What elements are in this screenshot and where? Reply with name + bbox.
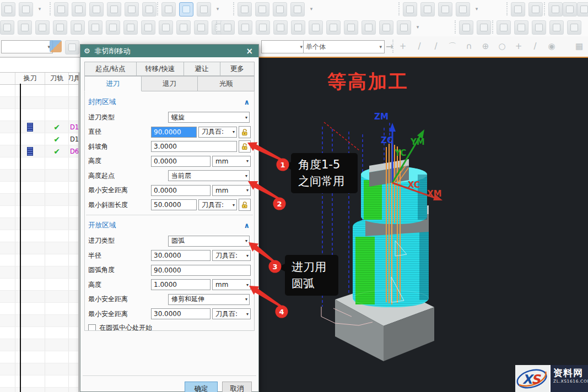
toolbar-icon[interactable] — [161, 2, 176, 17]
table-row[interactable] — [0, 339, 79, 351]
tool-name-label[interactable]: D1 — [69, 135, 79, 143]
toolbar-icon[interactable] — [291, 20, 305, 35]
column-header[interactable]: 刀具 — [69, 73, 79, 84]
toolbar-drag-handle[interactable] — [392, 40, 395, 53]
toolbar-icon[interactable] — [0, 20, 14, 35]
toolbar-icon[interactable] — [273, 2, 287, 17]
table-row[interactable] — [0, 218, 79, 230]
type-filter-combo[interactable]: ▾ — [261, 40, 305, 53]
chevron-down-icon[interactable]: ▾ — [309, 2, 314, 15]
column-header[interactable] — [0, 73, 15, 84]
toolbar-icon[interactable] — [71, 20, 85, 35]
toolbar-icon[interactable] — [397, 20, 411, 35]
toolbar-icon[interactable] — [567, 20, 581, 35]
checkbox[interactable] — [88, 324, 96, 331]
toolbar-icon[interactable] — [238, 2, 252, 17]
value-select[interactable]: 螺旋▾ — [168, 112, 250, 123]
toolbar-icon[interactable] — [273, 20, 288, 35]
tab-retract[interactable]: 退刀 — [142, 76, 198, 91]
graphics-viewport[interactable]: ZM ZC YM YC XC XM 等高加工 角度1-5 之间常用 进刀用 — [251, 57, 588, 392]
column-header[interactable]: 换刀 — [15, 73, 45, 84]
snap-icon[interactable]: ○ — [495, 39, 509, 53]
toolbar-drag-handle[interactable] — [492, 20, 495, 34]
section-header[interactable]: 封闭区域∧ — [85, 94, 254, 110]
toolbar-drag-handle[interactable] — [455, 20, 457, 34]
dialog-titlebar[interactable]: ⚙ 非切削移动 × — [80, 45, 258, 57]
toolbar-icon[interactable] — [194, 20, 208, 35]
table-row[interactable] — [0, 254, 79, 266]
toolbar-icon[interactable] — [142, 2, 157, 17]
tab-avoidance[interactable]: 避让 — [184, 62, 220, 76]
column-divider-line[interactable] — [20, 84, 21, 392]
toolbar-icon[interactable] — [179, 2, 193, 17]
toolbar-drag-handle[interactable] — [233, 2, 236, 15]
toolbar-icon[interactable] — [197, 2, 211, 17]
table-row[interactable] — [0, 303, 79, 315]
snap-icon[interactable]: / — [528, 39, 542, 53]
chevron-up-icon[interactable]: ∧ — [244, 98, 250, 106]
table-row[interactable] — [0, 279, 79, 291]
table-row[interactable] — [0, 182, 79, 194]
chevron-down-icon[interactable]: ▾ — [37, 2, 42, 15]
tab-start-drill-points[interactable]: 起点/钻点 — [84, 62, 137, 76]
table-row[interactable] — [0, 291, 79, 303]
toolbar-icon[interactable] — [477, 20, 491, 35]
toolbar-icon[interactable] — [403, 2, 417, 17]
value-select[interactable]: 当前层▾ — [168, 170, 250, 181]
toolbar-icon[interactable] — [159, 20, 173, 35]
snap-icon[interactable]: ∩ — [462, 39, 476, 53]
toolbar-drag-handle[interactable] — [157, 2, 160, 15]
toolbar-icon[interactable] — [528, 2, 543, 17]
toolbar-icon[interactable] — [577, 2, 588, 17]
toolbar-icon[interactable] — [309, 20, 323, 35]
unit-select[interactable]: mm▾ — [212, 156, 251, 167]
cancel-button[interactable]: 取消 — [222, 382, 252, 392]
toolbar-icon[interactable] — [290, 2, 305, 17]
close-icon[interactable]: × — [244, 46, 255, 56]
grid-icon[interactable]: ▦ — [572, 39, 586, 53]
value-input[interactable]: 90.0000 — [151, 265, 251, 276]
unit-select[interactable]: 刀具百:▾ — [198, 199, 237, 210]
table-row[interactable] — [0, 266, 79, 279]
toolbar-icon[interactable] — [344, 20, 358, 35]
toolbar-icon[interactable] — [238, 20, 252, 35]
table-row[interactable] — [0, 363, 79, 375]
table-row[interactable] — [0, 194, 79, 206]
tool-name-label[interactable]: D1 — [69, 123, 79, 131]
lock-icon[interactable] — [239, 126, 251, 138]
lock-icon[interactable] — [239, 199, 251, 211]
unit-select[interactable]: mm▾ — [212, 279, 251, 290]
toolbar-icon[interactable] — [256, 20, 270, 35]
toolbar-icon[interactable] — [532, 20, 546, 35]
table-row[interactable] — [0, 170, 79, 182]
toolbar-drag-handle[interactable] — [50, 2, 52, 15]
tab-transfer-rapid[interactable]: 转移/快速 — [137, 62, 184, 76]
value-select[interactable]: 圆弧▾ — [168, 236, 250, 247]
table-row[interactable] — [0, 230, 79, 242]
toolbar-icon[interactable] — [141, 20, 155, 35]
toolbar-icon[interactable] — [89, 2, 104, 17]
snap-icon[interactable]: ⌒ — [445, 39, 460, 53]
selection-scope-combo[interactable]: 单个体 ▾ — [303, 40, 385, 53]
value-input[interactable]: 0.0000 — [151, 156, 211, 167]
table-row[interactable] — [0, 351, 79, 363]
table-row[interactable] — [0, 327, 79, 339]
table-row[interactable]: ✔D6 — [0, 145, 79, 157]
table-row[interactable] — [0, 97, 79, 109]
chevron-down-icon[interactable]: ▾ — [215, 2, 220, 15]
toolbar-icon[interactable] — [438, 2, 452, 17]
toolbar-drag-handle[interactable] — [544, 2, 547, 15]
toolbar-icon[interactable] — [549, 20, 564, 35]
ok-button[interactable]: 确定 — [185, 382, 218, 392]
tool-name-label[interactable]: D6 — [69, 148, 79, 155]
value-input[interactable]: 3.0000 — [151, 141, 237, 152]
chevron-down-icon[interactable]: ▾ — [415, 20, 420, 34]
toolbar-icon[interactable] — [420, 2, 435, 17]
snap-icon[interactable]: / — [429, 39, 443, 53]
toolbar-icon[interactable] — [54, 2, 68, 17]
tab-smoothing[interactable]: 光顺 — [198, 76, 255, 91]
chevron-down-icon[interactable]: ▾ — [474, 2, 479, 15]
toolbar-icon[interactable] — [379, 20, 393, 35]
view-filter-combo[interactable]: ▾ — [1, 40, 53, 53]
toolbar-icon[interactable] — [65, 40, 79, 55]
